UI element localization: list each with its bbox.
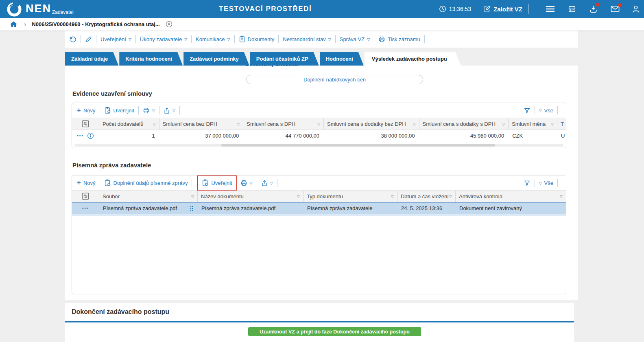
contract-grid: +Nový Uveřejnit ▽ ▽ — [72, 103, 566, 148]
menu-sprava-vz[interactable]: Správa VZ▽ — [340, 36, 370, 42]
tab-kriteria-hodnoceni[interactable]: Kritéria hodnocení — [119, 52, 183, 66]
report-table-row-selected[interactable]: ••• Písemná zpráva zadavatele.pdf Písemn… — [72, 202, 566, 214]
edit-button[interactable] — [85, 36, 92, 43]
info-icon[interactable] — [87, 132, 94, 139]
print-grid-button[interactable]: ▽ — [143, 107, 155, 114]
column-header[interactable]: Typ dokumentu▽ — [303, 191, 397, 202]
divider — [257, 179, 257, 187]
user-profile-button[interactable] — [632, 5, 640, 13]
fill-report-data-button[interactable]: Doplnění údajů písemné zprávy — [104, 179, 188, 186]
report-grid: +Nový Doplnění údajů písemné zprávy Uveř… — [72, 175, 566, 294]
publish-report-button[interactable]: Uveřejnit — [202, 179, 232, 186]
breadcrumb-record[interactable]: N006/25/V00004960 - Kryptografická ochra… — [32, 21, 159, 27]
edit-square-icon — [483, 5, 491, 13]
column-settings-icon — [81, 192, 90, 200]
divider — [424, 35, 425, 43]
column-header[interactable]: Datum a čas vložení▽ — [397, 191, 455, 202]
column-header[interactable]: Soubor▽ — [99, 191, 197, 202]
filter-button[interactable] — [524, 107, 530, 114]
filter-dropdown-icon[interactable]: ▽ — [317, 123, 320, 126]
notification-badge — [618, 3, 622, 7]
column-header[interactable]: Smluvní měna▽ — [508, 118, 557, 129]
filter-button[interactable] — [524, 180, 530, 186]
divider — [277, 179, 277, 187]
dropdown-icon: ▽ — [172, 109, 175, 113]
menu-dokumenty[interactable]: Dokumenty — [239, 35, 275, 43]
column-header[interactable]: Smluvní cena s dodatky bez DPH▽ — [323, 118, 419, 129]
cell-soubor[interactable]: Písemná zpráva zadavatele.pdf — [103, 205, 177, 211]
publish-button[interactable]: Uveřejnit — [104, 107, 134, 114]
view-all-selector[interactable]: ▽Vše — [539, 107, 553, 114]
new-button[interactable]: +Nový — [77, 106, 96, 114]
calendar-button[interactable] — [568, 5, 576, 13]
close-record-icon[interactable] — [166, 21, 172, 28]
filter-dropdown-icon[interactable]: ▽ — [560, 195, 563, 199]
drag-handle-icon[interactable] — [190, 206, 193, 211]
filter-dropdown-icon[interactable]: ▽ — [297, 195, 300, 199]
column-header[interactable]: Smluvní cena s DPH▽ — [243, 118, 323, 129]
tab-podani-ucastniku[interactable]: Podání účastníků ZP — [250, 52, 319, 66]
home-icon[interactable] — [10, 21, 17, 28]
dropdown-icon: ▽ — [250, 182, 253, 185]
column-header[interactable]: Název dokumentu▽ — [197, 191, 303, 202]
fill-offer-prices-button[interactable]: Doplnění nabídkových cen — [246, 75, 423, 84]
report-table-header: Soubor▽ Název dokumentu▽ Typ dokumentu▽ … — [72, 190, 566, 202]
print-record-button[interactable]: Tisk záznamu — [378, 36, 420, 43]
history-button[interactable] — [69, 35, 76, 43]
cell-mena: CZK — [508, 133, 557, 139]
print-grid-button[interactable]: ▽ — [240, 180, 253, 186]
new-button[interactable]: +Nový — [77, 179, 96, 187]
horizontal-scrollbar[interactable] — [74, 144, 563, 147]
time-value: 13:36:53 — [449, 6, 472, 12]
filter-dropdown-icon[interactable]: ▽ — [413, 123, 416, 126]
cell-pocet-dodavatelu: 1 — [99, 133, 159, 139]
filter-dropdown-icon[interactable]: ▽ — [449, 195, 452, 199]
tab-vysledek-active[interactable]: Výsledek zadávacího postupu — [365, 52, 461, 66]
create-vz-button[interactable]: Založit VZ — [483, 5, 522, 13]
filter-dropdown-icon[interactable]: ▽ — [391, 195, 394, 199]
tab-hodnoceni[interactable]: Hodnocení — [320, 52, 364, 66]
dropdown-icon: ▽ — [129, 38, 131, 42]
filter-dropdown-icon[interactable]: ▽ — [502, 123, 505, 126]
scrollbar-thumb[interactable] — [221, 144, 495, 147]
menu-uverejneni[interactable]: Uveřejnění▽ — [100, 36, 131, 42]
column-header-truncated[interactable]: T — [557, 118, 566, 129]
column-settings-button[interactable] — [72, 191, 99, 202]
export-button[interactable]: ▽ — [261, 180, 273, 186]
column-settings-button[interactable] — [72, 118, 99, 129]
menu-button[interactable] — [546, 5, 555, 13]
filter-dropdown-icon[interactable]: ▽ — [153, 123, 156, 126]
printer-icon — [240, 180, 247, 186]
cell-cena-bez-dph: 37 000 000,00 — [159, 133, 243, 139]
menu-nestandardni-stav[interactable]: Nestandardní stav▽ — [283, 36, 331, 42]
column-settings-icon — [81, 120, 90, 128]
messages-button[interactable] — [611, 5, 620, 13]
contract-table-row[interactable]: ••• 1 37 000 000,00 44 770 000,00 38 000… — [72, 130, 566, 141]
column-header[interactable]: Počet dodavatelů▽ — [99, 118, 159, 129]
filter-dropdown-icon[interactable]: ▽ — [551, 123, 554, 126]
export-button[interactable]: ▽ — [164, 107, 175, 114]
divider — [374, 35, 374, 43]
tab-zakladni-udaje[interactable]: Základní údaje — [65, 52, 118, 66]
divider — [81, 35, 81, 43]
publish-clipboard-icon — [104, 107, 111, 114]
filter-dropdown-icon[interactable]: ▽ — [191, 195, 194, 199]
brand[interactable]: NEN Zadavatel — [0, 0, 74, 18]
row-menu-icon[interactable]: ••• — [82, 206, 89, 210]
lock-vz-button[interactable]: Uzamknout VZ a přejít do fáze Dokončení … — [248, 327, 421, 336]
column-header[interactable]: Smluvní cena bez DPH▽ — [159, 118, 243, 129]
menu-komunikace[interactable]: Komunikace▽ — [196, 36, 230, 42]
dropdown-icon: ▽ — [270, 182, 273, 185]
printer-icon — [378, 36, 385, 43]
view-all-selector[interactable]: ▽Vše — [539, 180, 553, 186]
downloads-button[interactable] — [589, 5, 598, 13]
tab-zadavaci-podminky[interactable]: Zadávací podmínky — [183, 52, 249, 66]
filter-dropdown-icon[interactable]: ▽ — [237, 123, 240, 126]
menu-ukony-zadavatele[interactable]: Úkony zadavatele▽ — [140, 36, 187, 42]
divider — [100, 106, 100, 114]
row-menu-icon[interactable]: ••• — [77, 134, 84, 138]
divider — [135, 35, 136, 43]
cell-dodatky-bez-dph: 38 000 000,00 — [323, 133, 419, 139]
column-header[interactable]: Antivirová kontrola▽ — [455, 191, 566, 202]
column-header[interactable]: Smluvní cena s dodatky s DPH▽ — [419, 118, 509, 129]
